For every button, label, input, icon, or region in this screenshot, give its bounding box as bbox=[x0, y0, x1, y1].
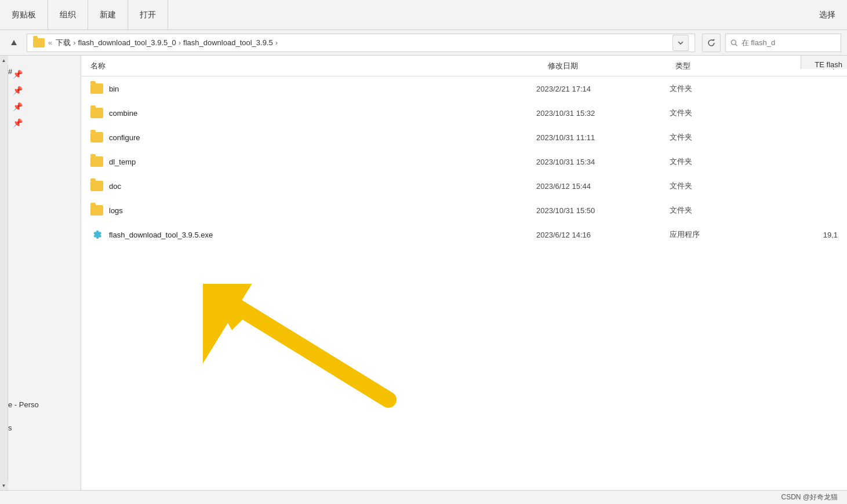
toolbar-new: 新建 bbox=[88, 0, 128, 30]
svg-point-2 bbox=[731, 40, 736, 45]
file-type: 文件夹 bbox=[670, 108, 762, 118]
file-name-text: dl_temp bbox=[109, 158, 136, 166]
table-row[interactable]: flash_download_tool_3.9.5.exe 2023/6/12 … bbox=[81, 222, 847, 247]
file-name: flash_download_tool_3.9.5.exe bbox=[90, 228, 530, 241]
right-panel-text: TE flash bbox=[815, 60, 842, 69]
file-type: 文件夹 bbox=[670, 132, 762, 143]
sidebar-pins: 📌 📌 📌 📌 bbox=[8, 60, 81, 137]
new-label: 新建 bbox=[100, 10, 116, 20]
table-row[interactable]: logs 2023/10/31 15:50 文件夹 bbox=[81, 198, 847, 222]
file-type: 文件夹 bbox=[670, 156, 762, 167]
folder-icon bbox=[90, 156, 103, 167]
right-panel: TE flash bbox=[801, 56, 847, 69]
file-name: combine bbox=[90, 108, 530, 118]
file-date: 2023/10/31 15:34 bbox=[536, 158, 664, 166]
svg-marker-0 bbox=[11, 40, 17, 45]
select-label: 选择 bbox=[819, 10, 835, 20]
breadcrumb-folder1[interactable]: flash_download_tool_3.9.5_0 bbox=[78, 38, 176, 47]
file-name: doc bbox=[90, 181, 530, 191]
toolbar-organize: 组织 bbox=[48, 0, 88, 30]
address-dropdown-button[interactable] bbox=[672, 35, 689, 51]
pin-item-3[interactable]: 📌 bbox=[13, 102, 76, 111]
search-box[interactable] bbox=[725, 34, 841, 52]
file-name-text: logs bbox=[109, 206, 123, 215]
file-date: 2023/10/31 11:11 bbox=[536, 133, 664, 142]
pin-item-4[interactable]: 📌 bbox=[13, 118, 76, 127]
folder-icon-address bbox=[33, 38, 45, 48]
file-date: 2023/6/12 14:16 bbox=[536, 231, 664, 239]
toolbar: 剪贴板 组织 新建 打开 选择 bbox=[0, 0, 847, 30]
svg-line-3 bbox=[736, 44, 737, 46]
refresh-button[interactable] bbox=[702, 34, 721, 52]
search-input[interactable] bbox=[741, 38, 836, 47]
breadcrumb-arrow-1: › bbox=[73, 38, 75, 47]
file-name: logs bbox=[90, 205, 530, 216]
file-name-text: doc bbox=[109, 182, 121, 191]
breadcrumb-folder2[interactable]: flash_download_tool_3.9.5 bbox=[183, 38, 273, 47]
folder-icon bbox=[90, 83, 103, 94]
file-type: 应用程序 bbox=[670, 229, 762, 240]
up-arrow-button[interactable] bbox=[6, 35, 22, 51]
address-bar-row: « 下载 › flash_download_tool_3.9.5_0 › fla… bbox=[0, 30, 847, 56]
file-name-text: flash_download_tool_3.9.5.exe bbox=[109, 231, 213, 239]
sidebar-partial-hash: # bbox=[8, 67, 12, 76]
file-size: 19,1 bbox=[768, 231, 838, 239]
clipboard-label: 剪贴板 bbox=[12, 10, 36, 20]
pin-item-2[interactable]: 📌 bbox=[13, 86, 76, 95]
sidebar-partial-s: s bbox=[8, 423, 12, 432]
file-list-container: 名称 修改日期 类型 大小 bin 2023/2/21 17:14 文件夹 co… bbox=[81, 56, 847, 490]
file-name: configure bbox=[90, 132, 530, 143]
organize-label: 组织 bbox=[60, 10, 76, 20]
sidebar: # 📌 📌 📌 📌 e - Perso s bbox=[8, 56, 81, 490]
table-row[interactable]: dl_temp 2023/10/31 15:34 文件夹 bbox=[81, 149, 847, 174]
file-date: 2023/6/12 15:44 bbox=[536, 182, 664, 191]
open-label: 打开 bbox=[140, 10, 156, 20]
file-date: 2023/10/31 15:50 bbox=[536, 206, 664, 215]
table-row[interactable]: doc 2023/6/12 15:44 文件夹 bbox=[81, 174, 847, 198]
status-bar: CSDN @好奇龙猫 bbox=[0, 490, 847, 504]
col-header-name[interactable]: 名称 bbox=[90, 61, 548, 71]
scroll-down-arrow[interactable]: ▼ bbox=[0, 481, 8, 490]
sidebar-partial-person: e - Perso bbox=[8, 400, 39, 409]
status-text: CSDN @好奇龙猫 bbox=[781, 492, 838, 502]
gear-icon bbox=[90, 228, 103, 241]
toolbar-clipboard: 剪贴板 bbox=[0, 0, 48, 30]
address-bar[interactable]: « 下载 › flash_download_tool_3.9.5_0 › fla… bbox=[27, 34, 695, 52]
col-header-type[interactable]: 类型 bbox=[675, 61, 768, 71]
breadcrumb-arrow-3: › bbox=[275, 38, 278, 47]
breadcrumb-sep-open: « bbox=[48, 38, 52, 47]
breadcrumb-arrow-2: › bbox=[179, 38, 181, 47]
file-type: 文件夹 bbox=[670, 181, 762, 191]
file-list: bin 2023/2/21 17:14 文件夹 combine 2023/10/… bbox=[81, 76, 847, 247]
main-area: ▲ ▼ # 📌 📌 📌 📌 e - Perso s 名称 修改日期 类型 大小 bbox=[0, 56, 847, 490]
file-date: 2023/2/21 17:14 bbox=[536, 85, 664, 93]
file-type: 文件夹 bbox=[670, 205, 762, 216]
file-name-text: combine bbox=[109, 109, 137, 118]
toolbar-open: 打开 bbox=[128, 0, 168, 30]
file-name-text: configure bbox=[109, 133, 140, 142]
scrollbar-left[interactable]: ▲ ▼ bbox=[0, 56, 8, 490]
folder-icon bbox=[90, 108, 103, 118]
col-header-date[interactable]: 修改日期 bbox=[548, 61, 675, 71]
folder-icon bbox=[90, 132, 103, 143]
breadcrumb-path: 下载 › flash_download_tool_3.9.5_0 › flash… bbox=[56, 38, 669, 48]
file-type: 文件夹 bbox=[670, 83, 762, 94]
file-name: bin bbox=[90, 83, 530, 94]
file-list-header: 名称 修改日期 类型 大小 bbox=[81, 56, 847, 76]
toolbar-select: 选择 bbox=[168, 0, 847, 30]
file-date: 2023/10/31 15:32 bbox=[536, 109, 664, 118]
table-row[interactable]: combine 2023/10/31 15:32 文件夹 bbox=[81, 101, 847, 125]
file-name: dl_temp bbox=[90, 156, 530, 167]
pin-item-1[interactable]: 📌 bbox=[13, 70, 76, 79]
scroll-up-arrow[interactable]: ▲ bbox=[0, 56, 8, 65]
search-icon bbox=[730, 39, 738, 47]
table-row[interactable]: configure 2023/10/31 11:11 文件夹 bbox=[81, 125, 847, 149]
folder-icon bbox=[90, 205, 103, 216]
table-row[interactable]: bin 2023/2/21 17:14 文件夹 bbox=[81, 76, 847, 101]
breadcrumb-downloads[interactable]: 下载 bbox=[56, 38, 71, 48]
folder-icon bbox=[90, 181, 103, 191]
file-name-text: bin bbox=[109, 85, 119, 93]
